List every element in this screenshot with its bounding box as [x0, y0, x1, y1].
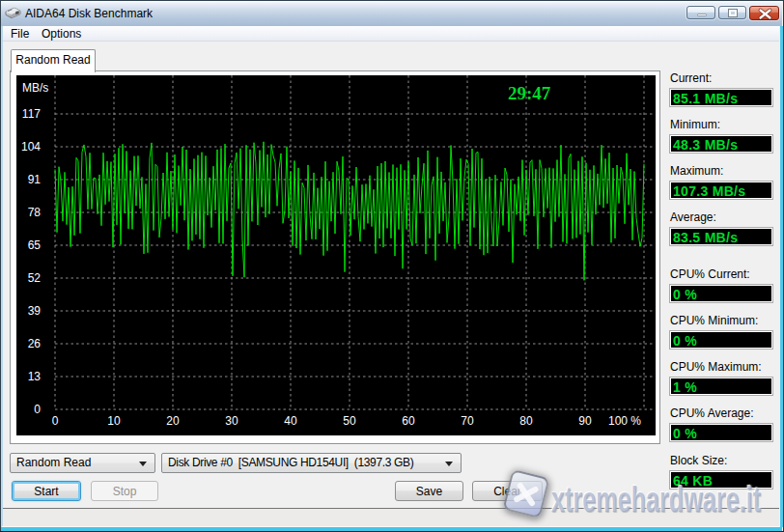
svg-text:117: 117	[22, 107, 41, 121]
svg-text:78: 78	[28, 206, 42, 219]
svg-text:90: 90	[578, 414, 592, 428]
svg-text:91: 91	[28, 173, 42, 186]
svg-text:65: 65	[28, 238, 42, 252]
svg-text:50: 50	[343, 414, 356, 428]
svg-text:29:47: 29:47	[508, 83, 551, 103]
svg-text:100 %: 100 %	[608, 414, 641, 428]
svg-text:0: 0	[52, 414, 59, 428]
svg-text:20: 20	[166, 414, 180, 428]
svg-text:10: 10	[107, 414, 121, 428]
svg-text:52: 52	[28, 271, 42, 285]
svg-text:39: 39	[28, 304, 42, 318]
svg-text:104: 104	[21, 140, 41, 154]
svg-text:80: 80	[519, 414, 533, 428]
svg-text:70: 70	[461, 414, 474, 428]
svg-text:30: 30	[225, 414, 238, 428]
svg-text:60: 60	[402, 414, 415, 428]
svg-text:MB/s: MB/s	[22, 81, 48, 95]
svg-text:13: 13	[28, 370, 42, 383]
svg-text:0: 0	[34, 403, 41, 416]
svg-text:40: 40	[284, 414, 297, 428]
svg-text:26: 26	[28, 337, 42, 350]
